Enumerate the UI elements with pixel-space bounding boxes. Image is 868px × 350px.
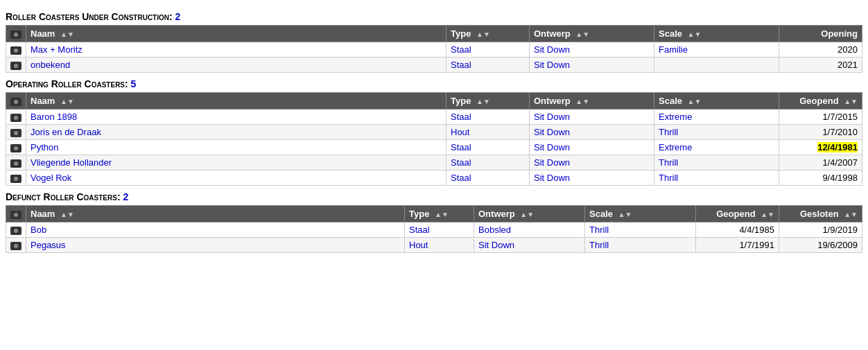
naam-link[interactable]: Max + Moritz: [31, 44, 83, 55]
naam-cell[interactable]: Python: [26, 140, 446, 155]
ontwerp-col-header[interactable]: Ontwerp ▲▼: [474, 206, 585, 222]
scale-value[interactable]: Familie: [659, 44, 688, 55]
type-value[interactable]: Staal: [451, 60, 471, 70]
ontwerp-value[interactable]: Sit Down: [534, 127, 570, 137]
ontwerp-value[interactable]: Sit Down: [478, 240, 514, 250]
ontwerp-col-header[interactable]: Ontwerp ▲▼: [530, 93, 654, 110]
naam-cell[interactable]: Joris en de Draak: [26, 125, 446, 140]
type-value[interactable]: Hout: [409, 240, 428, 250]
camera-cell: [6, 42, 26, 58]
type-cell[interactable]: Staal: [446, 42, 530, 58]
scale-col-header[interactable]: Scale ▲▼: [585, 206, 696, 222]
defunct-table: Naam ▲▼ Type ▲▼ Ontwerp ▲▼ Scale ▲▼ Geop…: [6, 205, 862, 253]
type-col-header[interactable]: Type ▲▼: [405, 206, 474, 222]
opening-col-header: Opening: [779, 26, 862, 42]
type-cell[interactable]: Staal: [446, 170, 530, 186]
scale-value[interactable]: Extreme: [659, 142, 692, 152]
naam-cell[interactable]: Baron 1898: [26, 110, 446, 125]
naam-link[interactable]: Baron 1898: [31, 112, 77, 122]
ontwerp-col-header[interactable]: Ontwerp ▲▼: [530, 26, 654, 42]
ontwerp-value[interactable]: Bobsled: [478, 225, 511, 235]
geopend-col-header[interactable]: Geopend ▲▼: [696, 206, 779, 222]
operating-count: 5: [131, 78, 137, 89]
under-construction-title: Roller Coasters Under Construction: 2: [6, 11, 862, 22]
naam-cell[interactable]: Vliegende Hollander: [26, 155, 446, 170]
naam-link[interactable]: onbekend: [31, 60, 70, 70]
scale-cell: Thrill: [654, 155, 779, 170]
type-cell[interactable]: Staal: [446, 58, 530, 73]
ontwerp-cell[interactable]: Bobsled: [474, 222, 585, 238]
type-value[interactable]: Staal: [451, 112, 471, 122]
naam-cell[interactable]: Vogel Rok: [26, 170, 446, 186]
ontwerp-value[interactable]: Sit Down: [534, 112, 570, 122]
camera-icon: [10, 242, 21, 250]
ontwerp-cell[interactable]: Sit Down: [530, 125, 654, 140]
naam-col-header[interactable]: Naam ▲▼: [26, 93, 446, 110]
scale-value[interactable]: Thrill: [589, 240, 609, 250]
ontwerp-cell[interactable]: Sit Down: [530, 58, 654, 73]
scale-cell: Extreme: [654, 110, 779, 125]
naam-link[interactable]: Pegasus: [31, 240, 66, 250]
ontwerp-cell[interactable]: Sit Down: [530, 155, 654, 170]
scale-value[interactable]: Thrill: [589, 225, 609, 235]
scale-col-header[interactable]: Scale ▲▼: [654, 93, 779, 110]
table-row: Bob Staal Bobsled Thrill 4/4/1985 1/9/20…: [6, 222, 862, 238]
naam-link[interactable]: Vliegende Hollander: [31, 157, 112, 168]
camera-header-icon: [10, 30, 21, 39]
type-col-header[interactable]: Type ▲▼: [446, 26, 530, 42]
naam-link[interactable]: Joris en de Draak: [31, 127, 101, 137]
naam-col-header[interactable]: Naam ▲▼: [26, 26, 446, 42]
ontwerp-cell[interactable]: Sit Down: [530, 42, 654, 58]
naam-sort-icon: ▲▼: [60, 30, 74, 38]
scale-value[interactable]: Thrill: [659, 157, 678, 168]
ontwerp-cell[interactable]: Sit Down: [530, 170, 654, 186]
gesloten-sort-icon: ▲▼: [844, 211, 858, 218]
naam-link[interactable]: Bob: [31, 225, 46, 235]
scale-value[interactable]: Thrill: [659, 173, 678, 183]
opening-cell: 2021: [779, 58, 862, 73]
operating-title: Operating Roller Coasters: 5: [6, 78, 862, 89]
ontwerp-value[interactable]: Sit Down: [534, 142, 570, 152]
ontwerp-cell[interactable]: Sit Down: [530, 110, 654, 125]
naam-col-header[interactable]: Naam ▲▼: [26, 206, 405, 222]
operating-section: Operating Roller Coasters: 5 Naam ▲▼ Typ…: [6, 78, 862, 186]
gesloten-cell: 19/6/2009: [779, 238, 862, 253]
type-value[interactable]: Staal: [409, 225, 430, 235]
naam-cell[interactable]: Pegasus: [26, 238, 405, 253]
type-value[interactable]: Staal: [451, 157, 471, 168]
naam-cell[interactable]: Max + Moritz: [26, 42, 446, 58]
naam-cell[interactable]: onbekend: [26, 58, 446, 73]
type-cell[interactable]: Hout: [446, 125, 530, 140]
scale-cell: Thrill: [654, 170, 779, 186]
scale-col-header[interactable]: Scale ▲▼: [654, 26, 779, 42]
ontwerp-value[interactable]: Sit Down: [534, 60, 570, 70]
gesloten-col-header[interactable]: Gesloten ▲▼: [779, 206, 862, 222]
type-cell[interactable]: Staal: [405, 222, 474, 238]
ontwerp-value[interactable]: Sit Down: [534, 173, 570, 183]
geopend-col-header[interactable]: Geopend ▲▼: [779, 93, 862, 110]
type-cell[interactable]: Hout: [405, 238, 474, 253]
ontwerp-value[interactable]: Sit Down: [534, 157, 570, 168]
ontwerp-cell[interactable]: Sit Down: [474, 238, 585, 253]
type-value[interactable]: Staal: [451, 173, 471, 183]
naam-link[interactable]: Vogel Rok: [31, 173, 71, 183]
camera-cell: [6, 125, 26, 140]
ontwerp-value[interactable]: Sit Down: [534, 44, 570, 55]
type-value[interactable]: Hout: [451, 127, 469, 137]
scale-value[interactable]: Extreme: [659, 112, 692, 122]
camera-col-header: [6, 26, 26, 42]
scale-value[interactable]: Thrill: [659, 127, 678, 137]
type-cell[interactable]: Staal: [446, 140, 530, 155]
naam-cell[interactable]: Bob: [26, 222, 405, 238]
type-col-header[interactable]: Type ▲▼: [446, 93, 530, 110]
type-cell[interactable]: Staal: [446, 155, 530, 170]
type-value[interactable]: Staal: [451, 44, 471, 55]
highlighted-date: 12/4/1981: [817, 142, 858, 152]
naam-link[interactable]: Python: [31, 142, 58, 152]
type-cell[interactable]: Staal: [446, 110, 530, 125]
under-construction-section: Roller Coasters Under Construction: 2 Na…: [6, 11, 862, 73]
type-value[interactable]: Staal: [451, 142, 471, 152]
scale-sort-icon: ▲▼: [688, 30, 702, 38]
camera-icon: [10, 159, 21, 168]
ontwerp-cell[interactable]: Sit Down: [530, 140, 654, 155]
